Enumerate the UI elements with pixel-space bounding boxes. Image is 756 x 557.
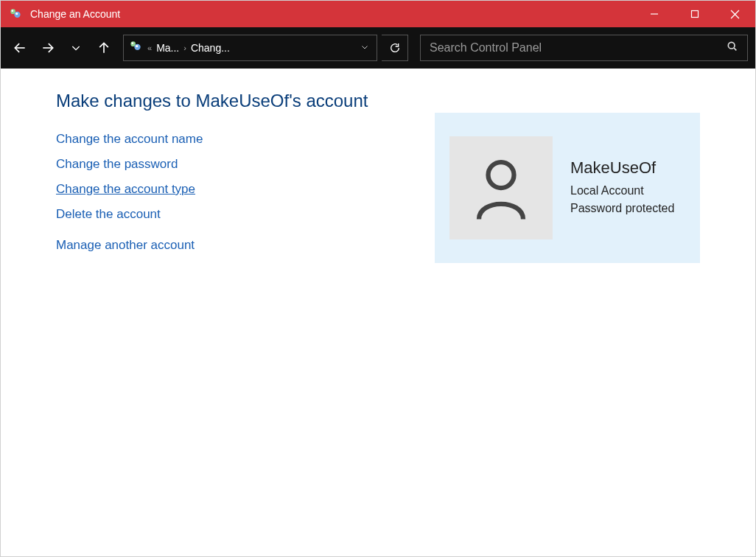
svg-point-15 (728, 42, 735, 49)
user-accounts-icon (8, 7, 23, 21)
svg-point-14 (136, 45, 138, 47)
up-button[interactable] (92, 36, 116, 60)
maximize-button[interactable] (674, 1, 715, 27)
link-manage-another-account[interactable]: Manage another account (56, 238, 195, 253)
toolbar: « Ma... › Chang... (1, 27, 755, 69)
link-delete-account[interactable]: Delete the account (56, 207, 161, 222)
content-area: Make changes to MakeUseOf's account Chan… (1, 69, 755, 285)
minimize-button[interactable] (634, 1, 674, 27)
svg-point-3 (15, 13, 18, 15)
svg-point-2 (12, 10, 14, 12)
link-change-account-type[interactable]: Change the account type (56, 182, 195, 197)
search-icon[interactable] (727, 41, 738, 55)
svg-point-13 (132, 42, 134, 44)
search-input[interactable] (430, 41, 727, 55)
back-button[interactable] (8, 36, 32, 60)
svg-line-16 (734, 48, 736, 50)
titlebar: Change an Account (1, 1, 755, 27)
breadcrumb-seg-2[interactable]: Chang... (191, 42, 230, 54)
window-title: Change an Account (30, 8, 120, 20)
page-heading: Make changes to MakeUseOf's account (56, 91, 405, 111)
address-dropdown[interactable] (357, 41, 372, 55)
link-change-account-name[interactable]: Change the account name (56, 132, 203, 147)
forward-button[interactable] (36, 36, 60, 60)
avatar (449, 136, 553, 239)
account-name: MakeUseOf (570, 158, 674, 178)
refresh-button[interactable] (382, 35, 408, 61)
breadcrumb-seg-1[interactable]: Ma... (156, 42, 179, 54)
user-icon (472, 155, 531, 221)
account-type: Local Account (570, 182, 674, 200)
search-box[interactable] (420, 35, 748, 61)
address-bar[interactable]: « Ma... › Chang... (123, 35, 377, 61)
link-change-password[interactable]: Change the password (56, 157, 178, 172)
account-status: Password protected (570, 200, 674, 217)
account-card: MakeUseOf Local Account Password protect… (435, 113, 700, 263)
svg-point-17 (489, 162, 514, 188)
chevron-right-icon: › (183, 43, 186, 52)
user-accounts-icon (128, 39, 143, 57)
close-button[interactable] (715, 1, 755, 27)
breadcrumb-overflow-icon[interactable]: « (147, 43, 152, 52)
recent-dropdown[interactable] (64, 36, 88, 60)
svg-rect-5 (691, 11, 698, 18)
